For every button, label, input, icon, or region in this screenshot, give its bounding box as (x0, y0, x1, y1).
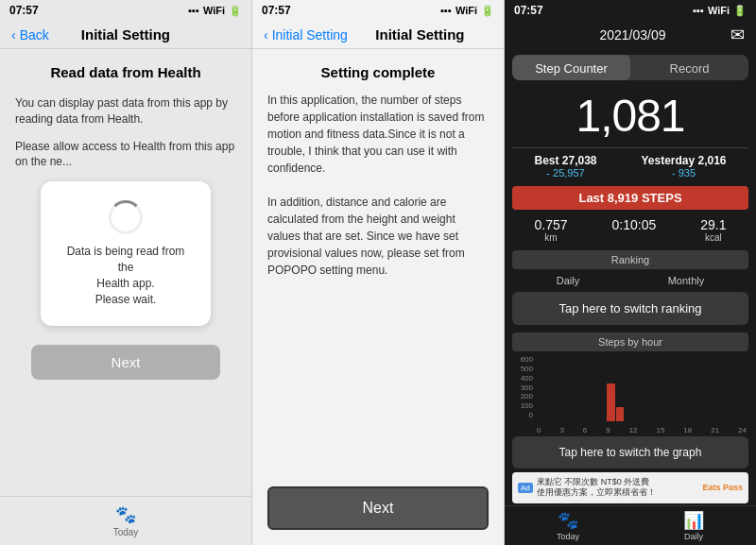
eats-pass-logo: Eats Pass (702, 483, 743, 492)
status-bar-3: 07:57 ▪▪▪ WiFi 🔋 (505, 0, 756, 21)
ranking-daily: Daily (557, 275, 579, 286)
setting-complete-text: In this application, the number of steps… (267, 92, 489, 279)
back-button-2[interactable]: ‹ Initial Setting (264, 27, 348, 43)
panel-2-content: Setting complete In this application, th… (252, 49, 504, 545)
back-button-1[interactable]: ‹ Back (11, 27, 49, 43)
metric-yesterday: Yesterday 2,016 - 935 (641, 154, 726, 179)
chart-x-labels: 0 3 6 9 12 15 18 21 24 (535, 426, 748, 434)
ranking-monthly: Monthly (668, 275, 705, 286)
x-label-12: 12 (629, 426, 638, 434)
time-2: 07:57 (262, 4, 291, 17)
time-1: 07:57 (9, 4, 39, 17)
steps-number: 1,081 (512, 90, 748, 142)
stat-time-value: 0:10:05 (612, 217, 657, 232)
signal-icon-3: ▪▪▪ (693, 5, 704, 16)
steps-by-hour-bar: Steps by hour (512, 332, 748, 351)
stat-km: 0.757 km (534, 217, 567, 243)
best-sub: - 25,957 (546, 167, 584, 179)
x-label-3: 3 (559, 426, 563, 434)
y-label-500: 500 (512, 365, 535, 373)
metric-best: Best 27,038 - 25,957 (534, 154, 596, 179)
battery-icon-2: 🔋 (481, 5, 494, 17)
stat-kcal: 29.1 kcal (700, 217, 726, 243)
panel-1-footer: 🐾 Today (0, 496, 251, 545)
tab-step-counter[interactable]: Step Counter (512, 55, 630, 80)
x-label-6: 6 (583, 426, 587, 434)
wifi-icon: WiFi (203, 5, 225, 16)
y-label-0: 0 (512, 411, 535, 419)
stat-km-value: 0.757 (534, 217, 567, 232)
time-3: 07:57 (514, 4, 543, 17)
panel-1-body-text: You can display past data from this app … (15, 95, 236, 128)
x-label-9: 9 (606, 426, 610, 434)
back-label-1: Back (20, 27, 49, 43)
loading-spinner (109, 200, 143, 234)
ad-badge: Ad (518, 483, 533, 493)
panel-3-footer: 🐾 Today 📊 Daily (505, 505, 756, 545)
send-button[interactable]: ✉ (730, 25, 745, 45)
stat-time: 0:10:05 (612, 217, 657, 243)
y-label-300: 300 (512, 383, 535, 392)
tap-ranking-overlay[interactable]: Tap here to switch ranking (512, 292, 748, 325)
panel-3-nav: 2021/03/09 ✉ (505, 21, 756, 51)
chart-y-labels: 600 500 400 300 200 100 0 (512, 353, 535, 420)
chevron-left-icon-2: ‹ (264, 27, 268, 43)
wifi-icon-3: WiFi (708, 5, 730, 16)
steps-display: 1,081 (505, 86, 756, 142)
y-label-200: 200 (512, 392, 535, 400)
today-label-3: Today (557, 532, 579, 541)
tabs-row: Step Counter Record (512, 55, 748, 80)
y-label-600: 600 (512, 355, 535, 364)
battery-icon: 🔋 (229, 5, 242, 17)
panel-initial-setting-loading: 07:57 ▪▪▪ WiFi 🔋 ‹ Back Initial Setting … (0, 0, 252, 545)
bar-9 (616, 407, 624, 420)
panel-setting-complete: 07:57 ▪▪▪ WiFi 🔋 ‹ Initial Setting Initi… (252, 0, 505, 545)
nav-title-2: Initial Setting (348, 26, 492, 43)
yesterday-label: Yesterday 2,016 (641, 154, 726, 167)
today-label-1: Today (113, 527, 139, 537)
status-bar-2: 07:57 ▪▪▪ WiFi 🔋 (252, 0, 504, 21)
tab-record[interactable]: Record (630, 55, 748, 80)
tap-graph-overlay[interactable]: Tap here to switch the graph (512, 436, 748, 468)
stats-row: 0.757 km 0:10:05 29.1 kcal (505, 213, 756, 247)
best-label: Best 27,038 (534, 154, 596, 167)
footer-daily-3[interactable]: 📊 Daily (683, 510, 704, 541)
y-label-100: 100 (512, 401, 535, 410)
chart-bars (535, 353, 748, 420)
x-label-18: 18 (683, 426, 692, 434)
daily-icon-3: 📊 (683, 510, 704, 531)
wifi-icon-2: WiFi (455, 5, 477, 16)
footer-today-1[interactable]: 🐾 Today (113, 504, 139, 537)
panel-1-heading: Read data from Health (50, 64, 200, 80)
ad-banner: Ad 來點它 不限次數 NT$0 外送費使用優惠方案，立即累積省省！ Eats … (512, 472, 748, 503)
bar-8 (607, 383, 614, 420)
stat-kcal-unit: kcal (705, 232, 722, 243)
back-label-2: Initial Setting (272, 27, 348, 43)
panel-1-content: Read data from Health You can display pa… (0, 49, 251, 496)
x-label-24: 24 (738, 426, 747, 434)
today-icon-1: 🐾 (115, 504, 136, 525)
loading-text: Data is being read from theHealth app.Pl… (63, 244, 188, 307)
signal-icon-2: ▪▪▪ (440, 5, 452, 16)
y-label-400: 400 (512, 374, 535, 383)
ranking-bar: Ranking (512, 250, 748, 269)
loading-box: Data is being read from theHealth app.Pl… (41, 181, 211, 326)
steps-separator (512, 147, 748, 148)
last-steps-bar: Last 8,919 STEPS (512, 186, 748, 210)
ad-text: 來點它 不限次數 NT$0 外送費使用優惠方案，立即累積省省！ (537, 477, 703, 499)
battery-icon-3: 🔋 (733, 5, 747, 17)
x-label-15: 15 (656, 426, 664, 434)
setting-complete-title: Setting complete (267, 64, 489, 80)
chevron-left-icon-1: ‹ (11, 27, 16, 43)
chart-area: 600 500 400 300 200 100 0 (512, 353, 748, 434)
stat-kcal-value: 29.1 (700, 217, 726, 232)
footer-today-3[interactable]: 🐾 Today (557, 510, 579, 541)
stat-km-unit: km (544, 232, 557, 243)
status-bar-1: 07:57 ▪▪▪ WiFi 🔋 (0, 0, 251, 21)
yesterday-sub: - 935 (672, 167, 696, 179)
next-button[interactable]: Next (267, 486, 489, 530)
daily-label-3: Daily (684, 532, 703, 541)
nav-title-1: Initial Setting (49, 26, 202, 43)
status-icons-1: ▪▪▪ WiFi 🔋 (188, 5, 242, 17)
x-label-0: 0 (537, 426, 541, 434)
